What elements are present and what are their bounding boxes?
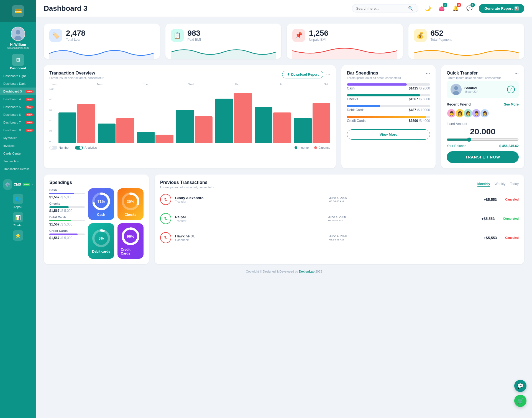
download-icon: ⬇: [287, 73, 290, 76]
total-loan-icon: 🏷️: [49, 29, 62, 42]
download-report-button[interactable]: ⬇ Download Report: [282, 71, 323, 78]
sidebar-item-dashboard-dark[interactable]: Dashboard Dark: [0, 80, 36, 88]
trans-type-hawkins: Cashback: [175, 238, 326, 242]
total-payment-icon: 💰: [414, 29, 427, 42]
header-right: 🔍 🌙 👛 2 🔔 12 💬 5 Generate Report: [352, 3, 524, 13]
bar-spendings-more-button[interactable]: ···: [426, 71, 430, 76]
sidebar-item-transaction-details[interactable]: Transaction Details: [0, 165, 36, 173]
friend-avatar-1[interactable]: 👩: [447, 109, 456, 118]
new-badge: New: [26, 98, 33, 101]
sidebar-email: william@gmail.com: [7, 47, 29, 49]
analytics-label: Analytics: [85, 146, 97, 149]
more-options-button[interactable]: ···: [326, 72, 330, 77]
see-more-link[interactable]: See More: [504, 102, 519, 106]
analytics-switch[interactable]: [75, 146, 83, 150]
sidebar-item-my-wallet[interactable]: My Wallet: [0, 134, 36, 142]
expense-legend: Expense: [314, 146, 330, 149]
sidebar-nav: Dashboard Light Dashboard Dark Dashboard…: [0, 72, 36, 242]
sidebar-item-dashboard-light[interactable]: Dashboard Light: [0, 72, 36, 80]
cart-fab[interactable]: 🛒: [514, 395, 526, 407]
sidebar-item-dashboard-7[interactable]: Dashboard 7 New: [0, 119, 36, 126]
sidebar-item-dashboard-6[interactable]: Dashboard 6 New: [0, 111, 36, 119]
unpaid-emi-label: Unpaid EMI: [309, 38, 328, 42]
sidebar-section-favourites[interactable]: ⭐: [0, 228, 36, 242]
chart-day-labels: Sun Mon Tue Wed Thu Fri Sat: [49, 83, 330, 86]
search-input[interactable]: [356, 6, 406, 11]
spending-item-credit-cards: Credit Cards $3890 /$ 4000: [347, 116, 430, 123]
number-label: Number: [59, 146, 70, 149]
total-loan-value: 2,478: [66, 29, 85, 37]
view-more-button[interactable]: View More: [347, 129, 430, 140]
bar-group-sat: [294, 103, 330, 143]
search-bar[interactable]: 🔍: [352, 4, 418, 12]
new-badge: New: [26, 121, 33, 124]
quick-transfer-more-button[interactable]: ···: [515, 71, 519, 76]
sidebar-item-cards-center[interactable]: Cards Center: [0, 150, 36, 157]
tab-today[interactable]: Today: [510, 182, 519, 187]
friend-avatar-3[interactable]: 👩: [463, 109, 473, 118]
previous-transactions-card: Previous Transactions Lorem ipsum dolor …: [155, 175, 524, 264]
tab-weekly[interactable]: Weekly: [495, 182, 505, 187]
qt-user-name: Samuel: [464, 86, 478, 90]
theme-toggle-button[interactable]: 🌙: [423, 3, 433, 13]
prev-trans-title: Previous Transactions: [160, 180, 214, 185]
favourites-icon: ⭐: [13, 230, 23, 241]
expense-label: Expense: [318, 146, 330, 149]
sidebar-item-invoices[interactable]: Invoices: [0, 142, 36, 150]
income-legend: Income: [295, 146, 309, 149]
bar-group-fri: [255, 107, 291, 143]
transaction-overview-subtitle: Lorem ipsum dolor sit amet, consectetur: [49, 76, 104, 80]
number-toggle[interactable]: Number: [49, 146, 70, 150]
search-icon: 🔍: [408, 6, 413, 11]
sidebar-section-apps[interactable]: 🌐 Apps ›: [0, 191, 36, 210]
messages-icon-button[interactable]: 💬 5: [464, 3, 474, 13]
sidebar-item-dashboard-4[interactable]: Dashboard 4 New: [0, 95, 36, 103]
page-title: Dashboard 3: [44, 4, 88, 13]
dashboard-label[interactable]: Dashboard: [10, 66, 26, 70]
sidebar-logo-icon[interactable]: 💳: [12, 5, 24, 17]
main-row: Transaction Overview Lorem ipsum dolor s…: [44, 65, 524, 168]
wallet-icon-button[interactable]: 👛 2: [437, 3, 447, 13]
tab-monthly[interactable]: Monthly: [477, 182, 490, 187]
spending-credit-cards: Credit Cards $1,567 /$ 5,000: [49, 229, 85, 240]
sidebar-logo: 💳: [0, 0, 36, 22]
sidebar-item-transaction[interactable]: Transaction: [0, 157, 36, 165]
bar-group-tue: [137, 132, 173, 143]
analytics-toggle[interactable]: Analytics: [75, 146, 97, 150]
sidebar-section-cms[interactable]: ⚙️ CMS New ›: [0, 178, 36, 191]
bar-group-mon: [98, 118, 134, 143]
support-fab[interactable]: 💬: [514, 380, 526, 392]
bar-spendings-title: Bar Spendings: [347, 71, 401, 76]
transaction-overview-title: Transaction Overview: [49, 71, 104, 76]
sidebar-item-dashboard-8[interactable]: Dashboard 8 New: [0, 126, 36, 134]
number-switch[interactable]: [49, 146, 57, 150]
footer-brand-link[interactable]: DexignLab: [299, 270, 314, 273]
trans-status-paipal: Completed: [503, 217, 519, 220]
quick-transfer-card: Quick Transfer Lorem ipsum dolor sit ame…: [441, 65, 524, 168]
sidebar-item-dashboard-3[interactable]: Dashboard 3 New: [0, 88, 36, 95]
friend-avatar-4[interactable]: 👩: [472, 109, 481, 118]
donut-credit-label: Credit Cards: [121, 248, 140, 255]
transfer-now-button[interactable]: TRANSFER NOW: [447, 151, 519, 163]
bar-coral: [77, 104, 95, 143]
donut-credit-percent: 96%: [127, 234, 134, 239]
bottom-row: Spendings Cash $1,567 /$ 5,000 Checks $1…: [44, 175, 524, 264]
qt-check-icon[interactable]: ✓: [507, 86, 515, 93]
amount-slider[interactable]: [447, 137, 519, 142]
stat-card-unpaid-emi: 📌 1,256 Unpaid EMI: [287, 24, 403, 59]
spendings-items-list: Cash $1,567 /$ 5,000 Checks $1,567 /$ 5,…: [49, 188, 85, 259]
friend-avatar-2[interactable]: 👩: [455, 109, 464, 118]
bar-spendings-card: Bar Spendings Lorem ipsum dolor sit amet…: [341, 65, 436, 168]
trans-items-list: ↻ Cindy Alexandro Transfer June 5, 20200…: [160, 190, 519, 247]
notification-icon-button[interactable]: 🔔 12: [451, 3, 461, 13]
total-payment-value: 652: [431, 29, 452, 37]
sidebar-section-charts[interactable]: 📊 Charts ›: [0, 210, 36, 228]
generate-report-button[interactable]: Generate Report 📊: [479, 4, 524, 13]
balance-value: $ 456,345.62: [499, 144, 519, 148]
sidebar-item-dashboard-5[interactable]: Dashboard 5 New: [0, 103, 36, 111]
trans-item-cindy: ↻ Cindy Alexandro Transfer June 5, 20200…: [160, 190, 519, 209]
friend-avatar-5[interactable]: 👩: [480, 109, 489, 118]
total-payment-label: Total Payment: [431, 38, 452, 42]
dashboard-icon[interactable]: ⊞: [12, 54, 24, 66]
insert-amount-label: Insert Amount: [447, 122, 519, 126]
